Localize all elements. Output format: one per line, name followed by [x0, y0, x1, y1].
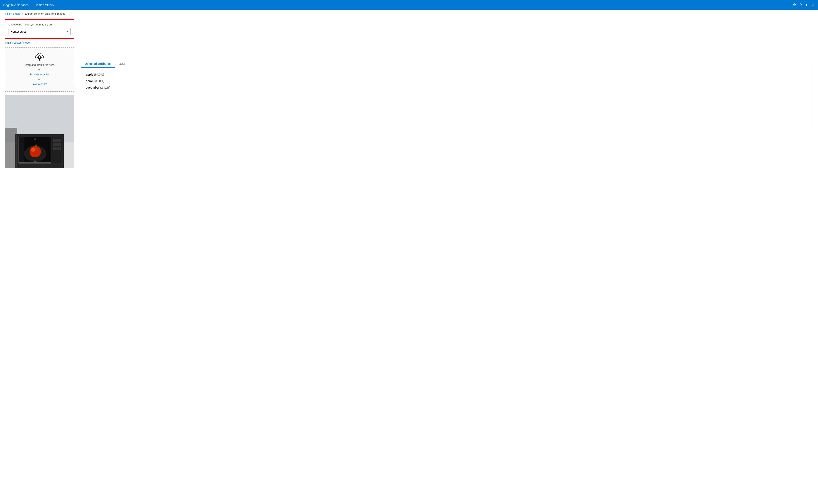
header-brand: Cognitive Services | Vision Studio [3, 3, 54, 7]
model-selector-label: Choose the model you want to try out [9, 23, 70, 26]
dropdown-icon[interactable]: ▾ [806, 3, 807, 7]
breadcrumb-home-link[interactable]: Vision Studio [5, 12, 20, 15]
result-confidence-apple: (94.0%) [94, 73, 104, 76]
svg-rect-16 [53, 143, 61, 146]
settings-icon[interactable]: ⚙ [793, 3, 796, 7]
help-icon[interactable]: ? [800, 3, 802, 7]
app-header: Cognitive Services | Vision Studio ⚙ ? ▾… [0, 0, 818, 10]
right-panel: Detected attributes JSON apple (94.0%) o… [81, 19, 813, 168]
result-tag-cucumber: cucumber [86, 86, 99, 89]
breadcrumb-separator: > [22, 12, 23, 15]
tab-json[interactable]: JSON [115, 60, 130, 68]
or-text-2: or [38, 78, 41, 81]
upload-instructions: Drag and drop a file here or Browse for … [10, 63, 69, 86]
svg-rect-17 [53, 147, 61, 150]
model-select-wrapper[interactable]: contosotest Custom Model 2 Custom Model … [9, 28, 70, 35]
svg-rect-15 [53, 139, 61, 142]
result-tag-apple: apple [86, 73, 93, 76]
main-content: Choose the model you want to try out con… [0, 18, 818, 173]
result-item-onion: onion (3.58%) [86, 79, 808, 83]
svg-rect-21 [5, 128, 17, 168]
image-preview-container [5, 95, 74, 168]
cognitive-services-label: Cognitive Services [3, 3, 29, 7]
svg-point-13 [34, 147, 38, 150]
result-tag-onion: onion [86, 79, 93, 83]
tab-detected-attributes[interactable]: Detected attributes [81, 60, 115, 68]
model-selector-box: Choose the model you want to try out con… [5, 19, 74, 39]
header-separator: | [32, 3, 33, 7]
upload-cloud-icon [35, 53, 44, 61]
take-photo-link[interactable]: Take a photo [32, 82, 47, 86]
result-confidence-cucumber: (2.41%) [100, 86, 110, 89]
microwave-image [5, 95, 74, 168]
result-confidence-onion: (3.58%) [94, 79, 104, 83]
result-item-apple: apple (94.0%) [86, 73, 808, 76]
header-actions: ⚙ ? ▾ ☺ [793, 3, 815, 7]
or-text-1: or [38, 68, 41, 71]
tabs: Detected attributes JSON [81, 60, 813, 68]
upload-area[interactable]: Drag and drop a file here or Browse for … [5, 47, 74, 92]
breadcrumb: Vision Studio > Extract common tags from… [0, 10, 818, 18]
drag-text: Drag and drop a file here [25, 63, 54, 66]
vision-studio-label: Vision Studio [36, 3, 54, 7]
breadcrumb-current: Extract common tags from images [25, 12, 65, 15]
svg-rect-22 [18, 137, 24, 163]
left-panel: Choose the model you want to try out con… [5, 19, 74, 168]
result-item-cucumber: cucumber (2.41%) [86, 86, 808, 89]
train-custom-model-link[interactable]: Train a custom model [5, 41, 74, 44]
results-panel: apple (94.0%) onion (3.58%) cucumber (2.… [81, 68, 813, 129]
avatar-icon[interactable]: ☺ [811, 3, 815, 7]
browse-file-link[interactable]: Browse for a file [30, 73, 49, 76]
model-select[interactable]: contosotest Custom Model 2 Custom Model … [9, 28, 70, 35]
